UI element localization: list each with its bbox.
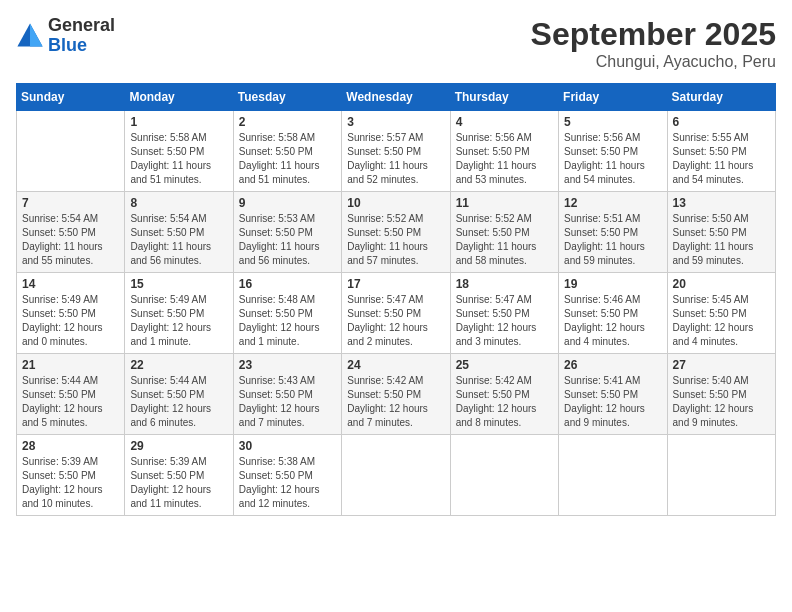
day-number: 29 — [130, 439, 227, 453]
day-number: 15 — [130, 277, 227, 291]
day-number: 3 — [347, 115, 444, 129]
calendar-cell — [559, 435, 667, 516]
day-number: 6 — [673, 115, 770, 129]
calendar-cell: 19Sunrise: 5:46 AM Sunset: 5:50 PM Dayli… — [559, 273, 667, 354]
calendar-cell: 2Sunrise: 5:58 AM Sunset: 5:50 PM Daylig… — [233, 111, 341, 192]
calendar-cell: 20Sunrise: 5:45 AM Sunset: 5:50 PM Dayli… — [667, 273, 775, 354]
calendar-cell: 29Sunrise: 5:39 AM Sunset: 5:50 PM Dayli… — [125, 435, 233, 516]
calendar-cell: 14Sunrise: 5:49 AM Sunset: 5:50 PM Dayli… — [17, 273, 125, 354]
title-section: September 2025 Chungui, Ayacucho, Peru — [531, 16, 776, 71]
day-info: Sunrise: 5:39 AM Sunset: 5:50 PM Dayligh… — [130, 455, 227, 511]
calendar-cell — [342, 435, 450, 516]
day-info: Sunrise: 5:44 AM Sunset: 5:50 PM Dayligh… — [130, 374, 227, 430]
day-number: 24 — [347, 358, 444, 372]
day-number: 12 — [564, 196, 661, 210]
calendar-week-row: 7Sunrise: 5:54 AM Sunset: 5:50 PM Daylig… — [17, 192, 776, 273]
location: Chungui, Ayacucho, Peru — [531, 53, 776, 71]
header-thursday: Thursday — [450, 84, 558, 111]
header-friday: Friday — [559, 84, 667, 111]
day-info: Sunrise: 5:53 AM Sunset: 5:50 PM Dayligh… — [239, 212, 336, 268]
calendar-cell: 13Sunrise: 5:50 AM Sunset: 5:50 PM Dayli… — [667, 192, 775, 273]
month-title: September 2025 — [531, 16, 776, 53]
day-info: Sunrise: 5:54 AM Sunset: 5:50 PM Dayligh… — [130, 212, 227, 268]
logo-text: General Blue — [48, 16, 115, 56]
day-info: Sunrise: 5:58 AM Sunset: 5:50 PM Dayligh… — [130, 131, 227, 187]
day-number: 2 — [239, 115, 336, 129]
logo-blue: Blue — [48, 36, 115, 56]
day-info: Sunrise: 5:52 AM Sunset: 5:50 PM Dayligh… — [347, 212, 444, 268]
day-info: Sunrise: 5:43 AM Sunset: 5:50 PM Dayligh… — [239, 374, 336, 430]
day-number: 30 — [239, 439, 336, 453]
calendar-week-row: 21Sunrise: 5:44 AM Sunset: 5:50 PM Dayli… — [17, 354, 776, 435]
day-info: Sunrise: 5:42 AM Sunset: 5:50 PM Dayligh… — [456, 374, 553, 430]
calendar-cell: 1Sunrise: 5:58 AM Sunset: 5:50 PM Daylig… — [125, 111, 233, 192]
day-info: Sunrise: 5:46 AM Sunset: 5:50 PM Dayligh… — [564, 293, 661, 349]
day-number: 5 — [564, 115, 661, 129]
calendar-cell: 11Sunrise: 5:52 AM Sunset: 5:50 PM Dayli… — [450, 192, 558, 273]
logo: General Blue — [16, 16, 115, 56]
header-wednesday: Wednesday — [342, 84, 450, 111]
calendar-cell: 3Sunrise: 5:57 AM Sunset: 5:50 PM Daylig… — [342, 111, 450, 192]
calendar-cell: 26Sunrise: 5:41 AM Sunset: 5:50 PM Dayli… — [559, 354, 667, 435]
day-number: 25 — [456, 358, 553, 372]
day-number: 7 — [22, 196, 119, 210]
day-number: 14 — [22, 277, 119, 291]
header-tuesday: Tuesday — [233, 84, 341, 111]
day-info: Sunrise: 5:47 AM Sunset: 5:50 PM Dayligh… — [456, 293, 553, 349]
calendar-cell: 27Sunrise: 5:40 AM Sunset: 5:50 PM Dayli… — [667, 354, 775, 435]
calendar-cell: 17Sunrise: 5:47 AM Sunset: 5:50 PM Dayli… — [342, 273, 450, 354]
calendar-week-row: 14Sunrise: 5:49 AM Sunset: 5:50 PM Dayli… — [17, 273, 776, 354]
day-number: 13 — [673, 196, 770, 210]
day-info: Sunrise: 5:49 AM Sunset: 5:50 PM Dayligh… — [22, 293, 119, 349]
day-info: Sunrise: 5:39 AM Sunset: 5:50 PM Dayligh… — [22, 455, 119, 511]
calendar-cell: 24Sunrise: 5:42 AM Sunset: 5:50 PM Dayli… — [342, 354, 450, 435]
day-info: Sunrise: 5:58 AM Sunset: 5:50 PM Dayligh… — [239, 131, 336, 187]
day-number: 8 — [130, 196, 227, 210]
day-number: 19 — [564, 277, 661, 291]
svg-marker-1 — [30, 23, 43, 46]
day-info: Sunrise: 5:55 AM Sunset: 5:50 PM Dayligh… — [673, 131, 770, 187]
calendar-cell: 30Sunrise: 5:38 AM Sunset: 5:50 PM Dayli… — [233, 435, 341, 516]
day-info: Sunrise: 5:42 AM Sunset: 5:50 PM Dayligh… — [347, 374, 444, 430]
day-info: Sunrise: 5:48 AM Sunset: 5:50 PM Dayligh… — [239, 293, 336, 349]
calendar-cell: 22Sunrise: 5:44 AM Sunset: 5:50 PM Dayli… — [125, 354, 233, 435]
calendar-cell: 15Sunrise: 5:49 AM Sunset: 5:50 PM Dayli… — [125, 273, 233, 354]
day-number: 22 — [130, 358, 227, 372]
day-info: Sunrise: 5:56 AM Sunset: 5:50 PM Dayligh… — [456, 131, 553, 187]
logo-general: General — [48, 16, 115, 36]
calendar-cell: 18Sunrise: 5:47 AM Sunset: 5:50 PM Dayli… — [450, 273, 558, 354]
day-number: 10 — [347, 196, 444, 210]
header-monday: Monday — [125, 84, 233, 111]
day-info: Sunrise: 5:49 AM Sunset: 5:50 PM Dayligh… — [130, 293, 227, 349]
day-number: 28 — [22, 439, 119, 453]
calendar-cell: 28Sunrise: 5:39 AM Sunset: 5:50 PM Dayli… — [17, 435, 125, 516]
day-number: 20 — [673, 277, 770, 291]
day-info: Sunrise: 5:40 AM Sunset: 5:50 PM Dayligh… — [673, 374, 770, 430]
calendar-cell — [667, 435, 775, 516]
day-number: 21 — [22, 358, 119, 372]
day-number: 11 — [456, 196, 553, 210]
day-info: Sunrise: 5:51 AM Sunset: 5:50 PM Dayligh… — [564, 212, 661, 268]
day-info: Sunrise: 5:47 AM Sunset: 5:50 PM Dayligh… — [347, 293, 444, 349]
calendar-cell — [450, 435, 558, 516]
day-info: Sunrise: 5:41 AM Sunset: 5:50 PM Dayligh… — [564, 374, 661, 430]
calendar-cell — [17, 111, 125, 192]
calendar-week-row: 28Sunrise: 5:39 AM Sunset: 5:50 PM Dayli… — [17, 435, 776, 516]
day-number: 4 — [456, 115, 553, 129]
calendar-cell: 8Sunrise: 5:54 AM Sunset: 5:50 PM Daylig… — [125, 192, 233, 273]
calendar-cell: 4Sunrise: 5:56 AM Sunset: 5:50 PM Daylig… — [450, 111, 558, 192]
day-info: Sunrise: 5:45 AM Sunset: 5:50 PM Dayligh… — [673, 293, 770, 349]
day-number: 26 — [564, 358, 661, 372]
day-number: 16 — [239, 277, 336, 291]
calendar-cell: 21Sunrise: 5:44 AM Sunset: 5:50 PM Dayli… — [17, 354, 125, 435]
header-sunday: Sunday — [17, 84, 125, 111]
calendar-cell: 9Sunrise: 5:53 AM Sunset: 5:50 PM Daylig… — [233, 192, 341, 273]
day-number: 17 — [347, 277, 444, 291]
day-info: Sunrise: 5:56 AM Sunset: 5:50 PM Dayligh… — [564, 131, 661, 187]
calendar-cell: 25Sunrise: 5:42 AM Sunset: 5:50 PM Dayli… — [450, 354, 558, 435]
day-number: 23 — [239, 358, 336, 372]
page-header: General Blue September 2025 Chungui, Aya… — [16, 16, 776, 71]
day-number: 1 — [130, 115, 227, 129]
calendar-cell: 16Sunrise: 5:48 AM Sunset: 5:50 PM Dayli… — [233, 273, 341, 354]
calendar-cell: 10Sunrise: 5:52 AM Sunset: 5:50 PM Dayli… — [342, 192, 450, 273]
